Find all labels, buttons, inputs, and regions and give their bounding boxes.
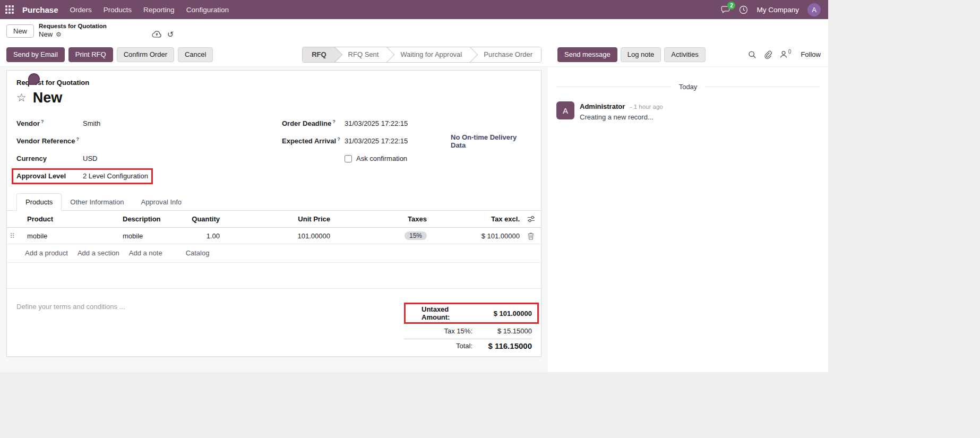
attachments-button[interactable] <box>764 50 772 59</box>
follow-button[interactable]: Follow <box>801 50 821 58</box>
message-count-badge: 2 <box>727 2 735 10</box>
row-drag-handle[interactable]: ⠿ <box>7 228 22 244</box>
col-header-description: Description <box>117 211 185 228</box>
order-lines-table: Product Description Quantity Unit Price … <box>7 211 541 244</box>
total-value: $ 116.15000 <box>472 341 532 350</box>
activities-button[interactable] <box>739 5 748 14</box>
chatter-panel: Today A Administrator - 1 hour ago Creat… <box>548 67 828 372</box>
menu-configuration[interactable]: Configuration <box>186 6 229 14</box>
message-avatar: A <box>556 101 574 119</box>
menu-products[interactable]: Products <box>104 6 132 14</box>
field-group-left: Vendor? Smith Vendor Reference? Currency… <box>16 115 282 185</box>
field-ask-confirmation: Ask confirmation <box>345 150 531 167</box>
totals-block: Untaxed Amount: $ 101.00000 Tax 15%: $ 1… <box>404 303 539 350</box>
add-note-link[interactable]: Add a note <box>129 249 162 257</box>
expected-arrival-value[interactable]: 31/03/2025 17:22:15 <box>345 137 451 145</box>
untaxed-amount-label: Untaxed Amount: <box>422 305 476 321</box>
ask-confirmation-label[interactable]: Ask confirmation <box>356 154 407 162</box>
currency-value[interactable]: USD <box>83 154 97 162</box>
tab-products[interactable]: Products <box>16 193 62 211</box>
chatter-icons: 0 Follow <box>748 50 821 59</box>
followers-button[interactable]: 0 <box>779 50 792 58</box>
order-line-row: ⠿ mobile mobile 1.00 101.00000 15% $ 101… <box>7 228 541 244</box>
activities-schedule-button[interactable]: Activities <box>664 47 705 62</box>
help-icon: ? <box>41 119 44 124</box>
chatter-topbar: Send message Log note Activities 0 Follo… <box>548 47 828 62</box>
optional-columns-button[interactable] <box>525 211 541 228</box>
tab-other-information[interactable]: Other Information <box>62 194 132 210</box>
tax-total-row: Tax 15%: $ 15.15000 <box>404 325 532 337</box>
sliders-icon <box>527 216 535 222</box>
message-body: Creating a new record... <box>580 113 663 121</box>
cancel-button[interactable]: Cancel <box>178 47 213 62</box>
tax-label: Tax 15%: <box>444 327 472 335</box>
cell-product[interactable]: mobile <box>22 228 117 244</box>
send-message-button[interactable]: Send message <box>557 47 617 62</box>
navbar-right: 2 My Company A <box>721 3 821 16</box>
field-vendor: Vendor? Smith <box>16 115 282 132</box>
terms-placeholder[interactable]: Define your terms and conditions ... <box>16 303 125 311</box>
notebook-tabs: Products Other Information Approval Info <box>7 193 541 211</box>
new-button[interactable]: New <box>6 24 34 38</box>
vendor-value[interactable]: Smith <box>83 119 100 127</box>
paperclip-icon <box>764 50 772 59</box>
control-panel-left: Send by Email Print RFQ Confirm Order Ca… <box>0 47 548 63</box>
confirm-order-button[interactable]: Confirm Order <box>117 47 174 62</box>
gear-icon[interactable]: ⚙ <box>56 31 62 38</box>
menu-reporting[interactable]: Reporting <box>143 6 175 14</box>
grand-total-row: Total: $ 116.15000 <box>404 339 532 350</box>
expected-arrival-label: Expected Arrival? <box>282 136 345 145</box>
delete-row-button[interactable] <box>525 228 541 244</box>
approval-level-label: Approval Level <box>16 172 83 180</box>
user-avatar[interactable]: A <box>807 3 821 16</box>
menu-orders[interactable]: Orders <box>70 6 92 14</box>
discard-icon[interactable]: ↺ <box>167 30 174 38</box>
vendor-label: Vendor? <box>16 119 83 127</box>
add-product-link[interactable]: Add a product <box>25 249 68 257</box>
breadcrumb-parent-link[interactable]: Requests for Quotation <box>39 23 107 30</box>
print-rfq-button[interactable]: Print RFQ <box>68 47 113 62</box>
vendor-reference-label: Vendor Reference? <box>16 136 83 145</box>
chatter-message: A Administrator - 1 hour ago Creating a … <box>556 101 820 121</box>
log-note-button[interactable]: Log note <box>621 47 661 62</box>
annotation-approval-level-highlight: Approval Level 2 Level Configuration <box>12 168 153 184</box>
search-icon <box>748 50 757 59</box>
search-messages-button[interactable] <box>748 50 757 59</box>
statusbar-step-rfq[interactable]: RFQ <box>303 47 334 62</box>
annotation-untaxed-highlight: Untaxed Amount: $ 101.00000 <box>404 303 539 324</box>
col-header-product: Product <box>22 211 117 228</box>
tab-approval-info[interactable]: Approval Info <box>132 194 190 210</box>
message-timestamp: - 1 hour ago <box>630 104 663 110</box>
followers-person-icon <box>779 50 788 58</box>
cell-description[interactable]: mobile <box>117 228 185 244</box>
catalog-link[interactable]: Catalog <box>186 249 210 257</box>
breadcrumb-row: New Requests for Quotation New ⚙ ↺ <box>0 19 828 42</box>
order-deadline-value[interactable]: 31/03/2025 17:22:15 <box>345 119 451 127</box>
help-icon: ? <box>332 119 336 124</box>
approval-level-value[interactable]: 2 Level Configuration <box>83 172 148 180</box>
field-approval-level: Approval Level 2 Level Configuration <box>16 167 282 185</box>
company-switcher[interactable]: My Company <box>757 6 799 14</box>
send-by-email-button[interactable]: Send by Email <box>6 47 65 62</box>
add-section-link[interactable]: Add a section <box>78 249 119 257</box>
currency-label: Currency <box>16 154 83 162</box>
apps-menu-icon[interactable] <box>5 5 14 14</box>
statusbar-step-waiting-approval[interactable]: Waiting for Approval <box>387 47 470 62</box>
favorite-star-icon[interactable]: ☆ <box>16 92 27 103</box>
ontime-delivery-link[interactable]: No On-time Delivery Data <box>451 133 531 149</box>
statusbar-step-purchase-order[interactable]: Purchase Order <box>470 47 541 62</box>
cell-unit-price[interactable]: 101.00000 <box>225 228 336 244</box>
cell-taxes: 15% <box>336 228 432 244</box>
messages-button[interactable]: 2 <box>721 5 730 14</box>
field-vendor-reference: Vendor Reference? <box>16 132 282 150</box>
cloud-save-icon[interactable] <box>152 30 162 38</box>
field-expected-arrival: Expected Arrival? 31/03/2025 17:22:15 No… <box>282 132 531 150</box>
breadcrumb: Requests for Quotation New ⚙ <box>39 23 107 38</box>
cell-quantity[interactable]: 1.00 <box>185 228 225 244</box>
app-name[interactable]: Purchase <box>22 5 58 14</box>
ask-confirmation-checkbox[interactable] <box>345 155 352 162</box>
record-title[interactable]: New <box>33 90 63 106</box>
action-buttons: Send by Email Print RFQ Confirm Order Ca… <box>6 47 213 62</box>
date-divider: Today <box>556 83 820 91</box>
tax-badge[interactable]: 15% <box>405 231 427 240</box>
